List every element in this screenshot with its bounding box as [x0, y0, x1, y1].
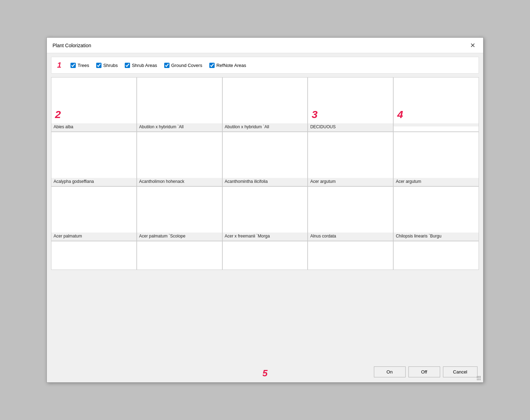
table-row[interactable]: 3 DECIDUOUS — [308, 77, 393, 132]
refnote-areas-checkbox-item[interactable]: RefNote Areas — [209, 63, 246, 68]
plant-image — [223, 187, 308, 233]
plant-image — [308, 241, 393, 270]
plant-name: Acer argutum — [308, 178, 393, 186]
cell-badge-4: 4 — [397, 109, 403, 121]
cancel-button[interactable]: Cancel — [443, 366, 477, 377]
footer-num-badge: 5 — [263, 368, 267, 379]
trees-label: Trees — [78, 63, 89, 68]
plant-image — [394, 187, 479, 233]
plant-name — [394, 123, 479, 126]
plant-image — [51, 241, 136, 270]
plant-name: Abutilon x hybridum `All — [137, 123, 222, 131]
plant-name: Acantholimon hohenack — [137, 178, 222, 186]
close-button[interactable]: ✕ — [468, 42, 477, 49]
plant-name: Abutilon x hybridum `All — [223, 123, 308, 131]
table-row[interactable]: Abutilon x hybridum `All — [222, 77, 308, 132]
trees-checkbox-item[interactable]: Trees — [70, 63, 89, 68]
shrub-areas-label: Shrub Areas — [132, 63, 157, 68]
plant-image — [394, 241, 479, 270]
shrubs-label: Shrubs — [103, 63, 118, 68]
ground-covers-label: Ground Covers — [171, 63, 202, 68]
plant-image — [223, 78, 308, 123]
plant-image — [394, 132, 479, 178]
on-button[interactable]: On — [374, 366, 406, 377]
table-row[interactable]: 2 Abies alba — [51, 77, 137, 132]
shrub-areas-checkbox[interactable] — [125, 63, 130, 68]
table-row[interactable]: Acer palmatum — [51, 186, 137, 241]
filter-toolbar: 1 Trees Shrubs Shrub Areas Ground Covers… — [51, 57, 479, 74]
plant-grid-container: 2 Abies alba Abutilon x hybridum `All Ab… — [51, 77, 479, 362]
shrubs-checkbox[interactable] — [96, 63, 101, 68]
plant-image — [137, 187, 222, 233]
table-row[interactable] — [222, 241, 308, 270]
ground-covers-checkbox[interactable] — [164, 63, 170, 68]
plant-image — [308, 187, 393, 233]
toolbar-num-badge: 1 — [57, 61, 61, 70]
table-row[interactable]: Acer palmatum `Scolope — [137, 186, 222, 241]
plant-name: Acalypha godseffiana — [51, 178, 136, 186]
plant-name: Acer palmatum — [51, 233, 136, 241]
trees-checkbox[interactable] — [70, 63, 76, 68]
ground-covers-checkbox-item[interactable]: Ground Covers — [164, 63, 202, 68]
cell-badge-2: 2 — [55, 109, 61, 121]
plant-image — [51, 187, 136, 233]
table-row[interactable] — [137, 241, 222, 270]
plant-colorization-dialog: Plant Colorization ✕ 1 Trees Shrubs Shru… — [47, 37, 483, 383]
table-row[interactable] — [393, 241, 479, 270]
plant-grid-scroll[interactable]: 2 Abies alba Abutilon x hybridum `All Ab… — [51, 77, 479, 362]
shrub-areas-checkbox-item[interactable]: Shrub Areas — [125, 63, 157, 68]
cell-badge-3: 3 — [312, 109, 318, 121]
plant-name: Acer argutum — [394, 178, 479, 186]
table-row[interactable]: Chilopsis linearis `Burgu — [393, 186, 479, 241]
dialog-footer: On Off Cancel 5 — [47, 362, 483, 382]
plant-image: 4 — [394, 78, 479, 123]
plant-image — [308, 132, 393, 178]
table-row[interactable] — [51, 241, 137, 270]
plant-name: Abies alba — [51, 123, 136, 131]
table-row[interactable]: Abutilon x hybridum `All — [137, 77, 222, 132]
plant-name: Alnus cordata — [308, 233, 393, 241]
plant-name: Acer x freemanii `Morga — [223, 233, 308, 241]
dialog-title: Plant Colorization — [53, 43, 91, 48]
plant-image — [223, 241, 308, 270]
plant-image: 2 — [51, 78, 136, 123]
table-row[interactable]: Acanthomintha ilicifolia — [222, 132, 308, 186]
plant-image — [51, 132, 136, 178]
table-row[interactable]: Acer argutum — [393, 132, 479, 186]
table-row[interactable]: Acer x freemanii `Morga — [222, 186, 308, 241]
plant-name: Acer palmatum `Scolope — [137, 233, 222, 241]
resize-handle[interactable] — [477, 376, 481, 380]
table-row[interactable] — [308, 241, 393, 270]
table-row[interactable]: Acantholimon hohenack — [137, 132, 222, 186]
title-bar: Plant Colorization ✕ — [47, 38, 483, 53]
table-row[interactable]: Alnus cordata — [308, 186, 393, 241]
plant-name: Acanthomintha ilicifolia — [223, 178, 308, 186]
table-row[interactable]: Acer argutum — [308, 132, 393, 186]
off-button[interactable]: Off — [408, 366, 440, 377]
plant-image — [137, 132, 222, 178]
plant-grid: 2 Abies alba Abutilon x hybridum `All Ab… — [51, 77, 479, 270]
table-row[interactable]: Acalypha godseffiana — [51, 132, 137, 186]
refnote-areas-label: RefNote Areas — [216, 63, 246, 68]
shrubs-checkbox-item[interactable]: Shrubs — [96, 63, 118, 68]
refnote-areas-checkbox[interactable] — [209, 63, 215, 68]
table-row[interactable]: 4 — [393, 77, 479, 132]
plant-image: 3 — [308, 78, 393, 123]
plant-name: DECIDUOUS — [308, 123, 393, 131]
plant-image — [137, 241, 222, 270]
plant-image — [137, 78, 222, 123]
plant-name: Chilopsis linearis `Burgu — [394, 233, 479, 241]
plant-image — [223, 132, 308, 178]
